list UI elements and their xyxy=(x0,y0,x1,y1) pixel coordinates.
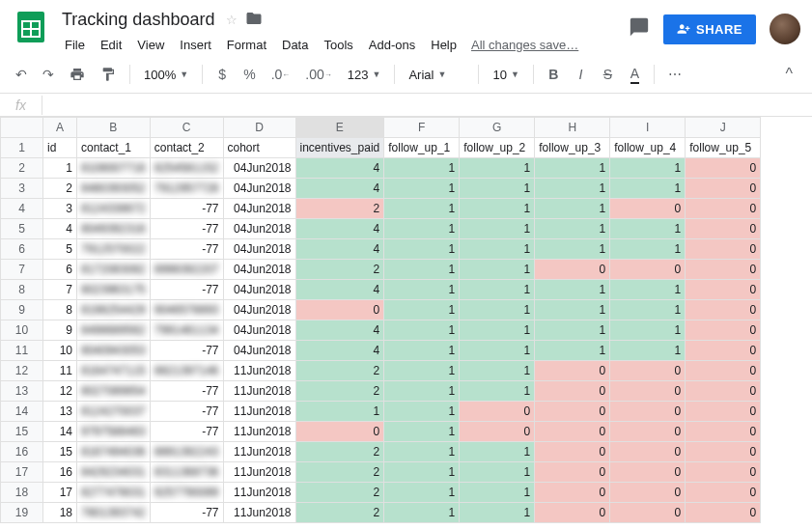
cell[interactable]: 12 xyxy=(43,381,77,402)
cell[interactable]: 1 xyxy=(535,320,610,341)
row-header[interactable]: 3 xyxy=(1,179,43,199)
cell[interactable]: 1 xyxy=(384,239,460,260)
sheets-logo[interactable] xyxy=(12,8,50,46)
cell[interactable]: 8891392243 xyxy=(150,442,223,462)
cell[interactable]: 0 xyxy=(535,442,610,462)
cell[interactable]: 04Jun2018 xyxy=(223,239,295,260)
header-cell[interactable]: id xyxy=(43,138,77,158)
currency-button[interactable]: $ xyxy=(210,62,234,87)
cell[interactable]: 1 xyxy=(460,179,535,199)
header-cell[interactable]: follow_up_5 xyxy=(686,138,761,158)
cell[interactable]: 04Jun2018 xyxy=(223,219,295,239)
cell[interactable]: 8124338672 xyxy=(77,199,151,219)
row-header[interactable]: 16 xyxy=(1,442,43,462)
col-header-H[interactable]: H xyxy=(535,118,610,138)
paint-format-button[interactable] xyxy=(95,62,122,87)
cell[interactable]: 1 xyxy=(384,179,460,199)
cell[interactable]: 1 xyxy=(384,219,460,239)
header-cell[interactable]: follow_up_4 xyxy=(610,138,686,158)
row-header[interactable]: 1 xyxy=(1,138,43,158)
cell[interactable]: -77 xyxy=(150,280,223,300)
cell[interactable]: 0 xyxy=(686,260,761,280)
cell[interactable]: 8124270037 xyxy=(77,402,151,422)
cell[interactable]: 1 xyxy=(610,219,686,239)
cell[interactable]: 1 xyxy=(460,462,535,483)
col-header-I[interactable]: I xyxy=(610,118,686,138)
cell[interactable]: 7912957728 xyxy=(150,179,223,199)
menu-view[interactable]: View xyxy=(130,34,171,56)
cell[interactable]: 0 xyxy=(686,300,761,320)
collapse-toolbar-icon[interactable]: ^ xyxy=(785,66,793,83)
cell[interactable]: 11Jun2018 xyxy=(223,442,295,462)
cell[interactable]: 2 xyxy=(295,260,384,280)
cell[interactable]: 1 xyxy=(610,239,686,260)
cell[interactable]: 1 xyxy=(460,158,535,179)
row-header[interactable]: 19 xyxy=(1,503,43,523)
cell[interactable]: 4 xyxy=(295,341,384,361)
formula-input[interactable] xyxy=(42,96,812,114)
row-header[interactable]: 12 xyxy=(1,361,43,381)
cell[interactable]: 16 xyxy=(43,462,77,483)
cell[interactable]: 0 xyxy=(686,179,761,199)
cell[interactable]: 8164747115 xyxy=(77,361,151,381)
cell[interactable]: 1 xyxy=(535,179,610,199)
menu-insert[interactable]: Insert xyxy=(173,34,218,56)
cell[interactable]: 04Jun2018 xyxy=(223,199,295,219)
cell[interactable]: 8498689562 xyxy=(77,320,151,341)
cell[interactable]: -77 xyxy=(150,402,223,422)
cell[interactable]: 2 xyxy=(295,361,384,381)
cell[interactable]: 1 xyxy=(610,158,686,179)
row-header[interactable]: 15 xyxy=(1,422,43,442)
cell[interactable]: 0 xyxy=(686,442,761,462)
cell[interactable]: 1 xyxy=(384,381,460,402)
cell[interactable]: 1 xyxy=(384,341,460,361)
cell[interactable]: 14 xyxy=(43,422,77,442)
row-header[interactable]: 4 xyxy=(1,199,43,219)
cell[interactable]: 1 xyxy=(460,260,535,280)
cell[interactable]: -77 xyxy=(150,219,223,239)
menu-tools[interactable]: Tools xyxy=(317,34,359,56)
cell[interactable]: 1 xyxy=(460,503,535,523)
zoom-select[interactable]: 100%▼ xyxy=(138,64,194,86)
folder-icon[interactable] xyxy=(245,10,263,30)
col-header-G[interactable]: G xyxy=(460,118,535,138)
cell[interactable]: 1 xyxy=(460,280,535,300)
cell[interactable]: 5 xyxy=(43,239,77,260)
cell[interactable]: 1 xyxy=(610,320,686,341)
cell[interactable]: 0 xyxy=(535,402,610,422)
cell[interactable]: 0 xyxy=(686,483,761,503)
col-header-B[interactable]: B xyxy=(77,118,151,138)
menu-file[interactable]: File xyxy=(58,34,92,56)
cell[interactable]: 9 xyxy=(43,320,77,341)
cell[interactable]: -77 xyxy=(150,381,223,402)
cell[interactable]: 3 xyxy=(43,199,77,219)
cell[interactable]: 17 xyxy=(43,483,77,503)
percent-button[interactable]: % xyxy=(238,62,261,87)
cell[interactable]: 1 xyxy=(460,239,535,260)
cell[interactable]: 0 xyxy=(686,320,761,341)
font-select[interactable]: Arial▼ xyxy=(403,64,470,86)
cell[interactable]: 8998392207 xyxy=(150,260,223,280)
cell[interactable]: 1 xyxy=(460,219,535,239)
cell[interactable]: 8254581152 xyxy=(150,158,223,179)
cell[interactable]: 0 xyxy=(686,462,761,483)
strikethrough-button[interactable]: S xyxy=(596,62,619,87)
cell[interactable]: 0 xyxy=(460,422,535,442)
cell[interactable]: 1 xyxy=(384,158,460,179)
cell[interactable]: 4 xyxy=(295,239,384,260)
cell[interactable]: 1 xyxy=(535,280,610,300)
row-header[interactable]: 7 xyxy=(1,260,43,280)
cell[interactable]: 11Jun2018 xyxy=(223,462,295,483)
cell[interactable]: 0 xyxy=(610,442,686,462)
cell[interactable]: 0 xyxy=(686,219,761,239)
col-header-E[interactable]: E xyxy=(295,118,384,138)
cell[interactable]: 8821397146 xyxy=(150,361,223,381)
cell[interactable]: 1 xyxy=(535,341,610,361)
menu-add-ons[interactable]: Add-ons xyxy=(362,34,422,56)
cell[interactable]: 8172083082 xyxy=(77,260,151,280)
cell[interactable]: 2 xyxy=(295,462,384,483)
row-header[interactable]: 14 xyxy=(1,402,43,422)
header-cell[interactable]: contact_1 xyxy=(77,138,151,158)
cell[interactable]: 8023963175 xyxy=(77,280,151,300)
cell[interactable]: 8480393052 xyxy=(77,179,151,199)
